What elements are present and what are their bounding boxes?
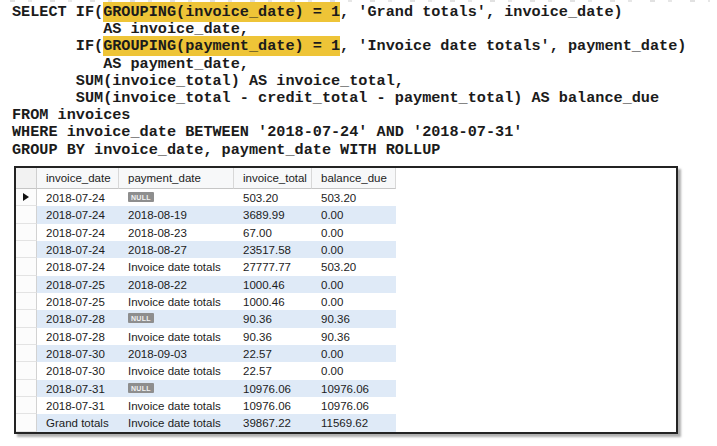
cell-payment_date[interactable]: NULL [119, 310, 234, 327]
cell-invoice_total[interactable]: 23517.58 [234, 241, 312, 258]
cell-balance_due[interactable]: 0.00 [312, 345, 396, 362]
cell-balance_due[interactable]: 0.00 [312, 362, 396, 379]
row-selector-cell[interactable] [16, 276, 37, 293]
row-selector-cell[interactable] [16, 189, 37, 206]
sql-text-span: SELECT IF( [12, 3, 103, 21]
table-row[interactable]: 2018-07-252018-08-221000.460.00 [16, 276, 676, 293]
cell-payment_date[interactable]: Invoice date totals [119, 414, 234, 431]
row-selector-header[interactable] [16, 168, 37, 189]
row-selector-cell[interactable] [16, 241, 37, 258]
row-selector-cell[interactable] [16, 293, 37, 310]
cell-balance_due[interactable]: 0.00 [312, 206, 396, 223]
cell-balance_due[interactable]: 503.20 [312, 258, 396, 275]
cell-invoice_date[interactable]: 2018-07-24 [37, 258, 119, 275]
row-selector-cell[interactable] [16, 258, 37, 275]
column-header-balance_due[interactable]: balance_due [312, 168, 396, 189]
table-row[interactable]: 2018-07-24NULL503.20503.20 [16, 189, 676, 206]
cell-invoice_total[interactable]: 1000.46 [234, 293, 312, 310]
cell-payment_date[interactable]: 2018-08-27 [119, 241, 234, 258]
cell-invoice_date[interactable]: 2018-07-24 [37, 241, 119, 258]
sql-text-span: SUM(invoice_total - credit_total - payme… [12, 89, 659, 107]
cell-invoice_total[interactable]: 503.20 [234, 189, 312, 206]
cell-invoice_date[interactable]: Grand totals [37, 414, 119, 431]
sql-code-line: FROM invoices [12, 107, 686, 124]
row-selector-cell[interactable] [16, 206, 37, 223]
cell-payment_date[interactable]: NULL [119, 189, 234, 206]
cell-balance_due[interactable]: 11569.62 [312, 414, 396, 431]
cell-invoice_date[interactable]: 2018-07-24 [37, 206, 119, 223]
cell-invoice_total[interactable]: 22.57 [234, 345, 312, 362]
cell-invoice_date[interactable]: 2018-07-31 [37, 380, 119, 397]
table-row[interactable]: 2018-07-242018-08-193689.990.00 [16, 206, 676, 223]
header-filler [396, 168, 676, 189]
cell-balance_due[interactable]: 90.36 [312, 328, 396, 345]
row-selector-cell[interactable] [16, 224, 37, 241]
cell-balance_due[interactable]: 0.00 [312, 276, 396, 293]
cell-invoice_total[interactable]: 10976.06 [234, 397, 312, 414]
cell-balance_due[interactable]: 0.00 [312, 293, 396, 310]
cell-invoice_total[interactable]: 27777.77 [234, 258, 312, 275]
cell-payment_date[interactable]: 2018-08-23 [119, 224, 234, 241]
row-selector-cell[interactable] [16, 310, 37, 327]
table-row[interactable]: 2018-07-28NULL90.3690.36 [16, 310, 676, 327]
cell-balance_due[interactable]: 10976.06 [312, 397, 396, 414]
sql-code-line: WHERE invoice_date BETWEEN '2018-07-24' … [12, 124, 686, 141]
cell-payment_date[interactable]: Invoice date totals [119, 397, 234, 414]
table-row[interactable]: Grand totalsInvoice date totals39867.221… [16, 414, 676, 431]
table-row[interactable]: 2018-07-24Invoice date totals27777.77503… [16, 258, 676, 275]
cell-invoice_date[interactable]: 2018-07-31 [37, 397, 119, 414]
cell-invoice_total[interactable]: 39867.22 [234, 414, 312, 431]
table-row[interactable]: 2018-07-28Invoice date totals90.3690.36 [16, 328, 676, 345]
table-row[interactable]: 2018-07-30Invoice date totals22.570.00 [16, 362, 676, 379]
row-selector-cell[interactable] [16, 328, 37, 345]
cell-payment_date[interactable]: NULL [119, 380, 234, 397]
cell-invoice_total[interactable]: 10976.06 [234, 380, 312, 397]
cell-payment_date[interactable]: 2018-08-22 [119, 276, 234, 293]
row-selector-cell[interactable] [16, 362, 37, 379]
cell-invoice_date[interactable]: 2018-07-24 [37, 224, 119, 241]
cell-invoice_date[interactable]: 2018-07-30 [37, 345, 119, 362]
cell-invoice_date[interactable]: 2018-07-30 [37, 362, 119, 379]
row-selector-cell[interactable] [16, 345, 37, 362]
row-cells: 2018-07-30Invoice date totals22.570.00 [37, 362, 396, 379]
cell-invoice_date[interactable]: 2018-07-28 [37, 328, 119, 345]
cell-invoice_date[interactable]: 2018-07-25 [37, 293, 119, 310]
cell-payment_date[interactable]: Invoice date totals [119, 362, 234, 379]
row-filler [396, 206, 676, 223]
column-header-invoice_date[interactable]: invoice_date [37, 168, 119, 189]
cell-balance_due[interactable]: 10976.06 [312, 380, 396, 397]
column-header-payment_date[interactable]: payment_date [119, 168, 234, 189]
cell-invoice_date[interactable]: 2018-07-25 [37, 276, 119, 293]
cell-payment_date[interactable]: Invoice date totals [119, 293, 234, 310]
cell-payment_date[interactable]: Invoice date totals [119, 328, 234, 345]
row-selector-cell[interactable] [16, 397, 37, 414]
cell-invoice_date[interactable]: 2018-07-28 [37, 310, 119, 327]
cell-invoice_total[interactable]: 90.36 [234, 328, 312, 345]
table-row[interactable]: 2018-07-242018-08-2723517.580.00 [16, 241, 676, 258]
cell-invoice_date[interactable]: 2018-07-24 [37, 189, 119, 206]
cell-payment_date[interactable]: 2018-09-03 [119, 345, 234, 362]
cell-balance_due[interactable]: 90.36 [312, 310, 396, 327]
cell-invoice_total[interactable]: 67.00 [234, 224, 312, 241]
cell-payment_date[interactable]: 2018-08-19 [119, 206, 234, 223]
cell-payment_date[interactable]: Invoice date totals [119, 258, 234, 275]
table-row[interactable]: 2018-07-31Invoice date totals10976.06109… [16, 397, 676, 414]
row-cells: 2018-07-242018-08-2367.000.00 [37, 224, 396, 241]
cell-balance_due[interactable]: 0.00 [312, 224, 396, 241]
cell-invoice_total[interactable]: 1000.46 [234, 276, 312, 293]
cell-invoice_total[interactable]: 90.36 [234, 310, 312, 327]
null-badge: NULL [128, 313, 154, 323]
row-selector-cell[interactable] [16, 380, 37, 397]
row-selector-cell[interactable] [16, 414, 37, 431]
cell-balance_due[interactable]: 503.20 [312, 189, 396, 206]
cell-invoice_total[interactable]: 3689.99 [234, 206, 312, 223]
cell-balance_due[interactable]: 0.00 [312, 241, 396, 258]
table-row[interactable]: 2018-07-25Invoice date totals1000.460.00 [16, 293, 676, 310]
table-row[interactable]: 2018-07-31NULL10976.0610976.06 [16, 380, 676, 397]
table-row[interactable]: 2018-07-242018-08-2367.000.00 [16, 224, 676, 241]
column-header-invoice_total[interactable]: invoice_total [234, 168, 312, 189]
row-filler [396, 345, 676, 362]
sql-query-text: SELECT IF(GROUPING(invoice_date) = 1, 'G… [12, 4, 686, 159]
table-row[interactable]: 2018-07-302018-09-0322.570.00 [16, 345, 676, 362]
cell-invoice_total[interactable]: 22.57 [234, 362, 312, 379]
